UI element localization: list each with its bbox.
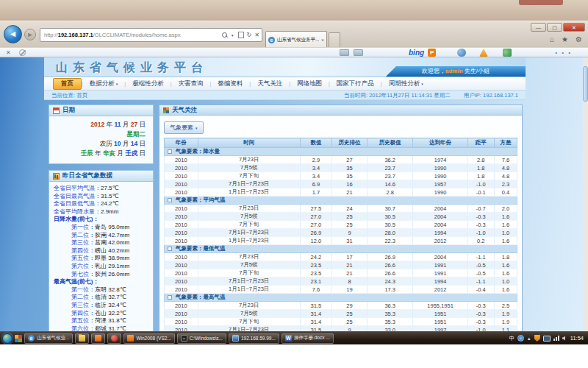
weather-rank-line: 第七位：胶州 26.0mm	[54, 271, 150, 279]
mail-card-icon-1[interactable]	[340, 49, 349, 56]
network-tray-icon[interactable]	[553, 336, 559, 341]
taskbar-mini-icon[interactable]	[15, 335, 22, 342]
table-row: 20107月23日24.21726.92004-1.11.8	[165, 253, 517, 261]
table-cell: 2010	[165, 205, 198, 213]
nav-item-7[interactable]: 网络地图	[290, 78, 329, 90]
minimize-button[interactable]: —	[531, 23, 546, 32]
tray-up-arrow-icon[interactable]: ▲	[527, 336, 531, 341]
section-checkbox[interactable]	[168, 247, 172, 251]
table-cell: 1974	[413, 156, 467, 164]
weather-rank-value: 东明 32.8℃	[95, 286, 126, 293]
taskbar-button-1[interactable]: e山东省气候业...	[24, 333, 73, 344]
back-button[interactable]: ◄	[4, 25, 22, 43]
addon-globe-icon[interactable]	[457, 49, 466, 57]
start-button[interactable]	[2, 333, 12, 344]
nav-item-5[interactable]: 整编资料	[211, 78, 249, 90]
table-cell: 24	[331, 205, 367, 213]
search-icon[interactable]	[222, 32, 228, 38]
weather-rank-label: 第一位：	[71, 286, 95, 293]
ime-indicator[interactable]: 中	[509, 335, 514, 342]
weather-group-title: 日降水量(前七)：	[54, 216, 150, 224]
scrollbar-thumb[interactable]	[583, 66, 588, 102]
section-checkbox[interactable]	[168, 149, 172, 154]
table-cell: 2012	[413, 237, 467, 245]
taskbar-button-5[interactable]: Win2008 (VS2...	[123, 333, 174, 344]
weather-rank-label: 第六位：	[71, 263, 95, 269]
nav-item-8[interactable]: 国家下行产品	[330, 78, 381, 90]
more-options-dots-icon[interactable]: • • •	[555, 49, 572, 56]
table-cell: 22.3	[367, 237, 412, 245]
table-cell: 35	[331, 164, 367, 172]
mail-card-icon-2[interactable]	[354, 49, 363, 56]
display-tray-icon[interactable]	[543, 336, 551, 342]
remote-icon	[232, 335, 239, 342]
welcome-suffix: 先生/小姐	[463, 68, 490, 74]
close-button[interactable]: ✕	[563, 23, 585, 32]
refresh-icon[interactable]: ↻	[247, 32, 252, 38]
globe-tray-icon[interactable]	[517, 335, 524, 342]
taskbar-button-7[interactable]: 192.168.59.99...	[229, 333, 279, 344]
weather-rank-line: 第五位：菏泽 31.8℃	[54, 317, 150, 325]
section-title-cell: 气象要素：最高气温	[165, 294, 517, 302]
table-cell: 1957	[413, 180, 467, 188]
taskbar-button-3[interactable]	[91, 333, 105, 344]
table-cell: 2010	[165, 180, 198, 188]
table-cell: 2010	[165, 269, 198, 277]
date-text-piece: 月	[115, 149, 125, 157]
bing-logo[interactable]: bing	[409, 49, 424, 57]
table-cell: 36.2	[367, 156, 412, 164]
word-icon: W	[285, 335, 292, 342]
taskbar-button-8[interactable]: W操作手册.docx ...	[282, 333, 334, 344]
nav-item-2[interactable]: 数据分析▾	[83, 78, 125, 90]
favorites-star-icon[interactable]: ★	[562, 35, 568, 43]
stop-icon[interactable]: ✕	[254, 32, 259, 38]
taskbar-clock[interactable]: 11:54	[568, 335, 586, 342]
nav-item-6[interactable]: 天气关注	[251, 78, 289, 90]
new-tab-button[interactable]	[329, 32, 340, 48]
home-icon[interactable]: ⌂	[550, 35, 554, 43]
tools-gear-icon[interactable]: ⚙	[576, 35, 582, 43]
taskbar-button-6[interactable]: >C:\Windows\s...	[177, 333, 226, 344]
nav-item-4[interactable]: 灾害查询	[172, 78, 210, 90]
table-cell: 1990	[413, 172, 467, 180]
weather-summary-label: 全省日最高气温：	[54, 193, 101, 199]
table-cell: 1.6	[494, 261, 517, 269]
addon-star-icon[interactable]	[479, 49, 488, 57]
taskbar-button-label: 192.168.59.99...	[241, 336, 276, 341]
forward-button[interactable]: ►	[24, 29, 36, 40]
compatibility-view-icon[interactable]	[238, 32, 244, 38]
addon-people-icon[interactable]	[503, 49, 512, 57]
browser-tab[interactable]: e 山东省气候业务平... ×	[265, 31, 327, 48]
table-cell: 1991	[413, 261, 467, 269]
table-row: 20107月23日31.52936.31955,1951-0.32.5	[165, 302, 517, 310]
autocomplete-dropdown-icon[interactable]: ▼	[231, 33, 234, 38]
scrollbar-track[interactable]	[583, 57, 588, 331]
tab-close-icon[interactable]: ×	[321, 38, 324, 43]
table-cell: -0.5	[467, 261, 494, 269]
url-scheme: http://	[44, 32, 58, 38]
section-checkbox[interactable]	[168, 198, 172, 202]
table-cell: 7月下旬	[198, 269, 300, 277]
maximize-button[interactable]: ▢	[547, 23, 562, 32]
table-header-cell: 达到年份	[413, 138, 467, 148]
table-cell: 26.6	[367, 269, 412, 277]
action-center-flag-icon[interactable]	[534, 335, 540, 342]
nav-item-1[interactable]: 首页	[53, 78, 82, 90]
taskbar-button-2[interactable]	[75, 333, 89, 344]
nav-item-3[interactable]: 极端性分析	[126, 78, 171, 90]
section-checkbox[interactable]	[168, 295, 172, 300]
taskbar: e山东省气候业...Win2008 (VS2...>C:\Windows\s..…	[0, 331, 588, 344]
nav-item-9[interactable]: 周期性分析▾	[382, 78, 430, 90]
table-cell: 14.6	[367, 180, 412, 188]
weather-rank-label: 第六位：	[71, 325, 95, 331]
taskbar-button-4[interactable]	[107, 333, 121, 344]
table-row: 20107月下旬31.42535.31951-0.31.9	[165, 318, 517, 326]
volume-tray-icon[interactable]	[562, 336, 565, 341]
weather-rank-line: 第四位：崂山 40.2mm	[54, 247, 150, 255]
address-bar[interactable]: http://192.168.137.1/GLCCLIMATE/modules/…	[40, 28, 262, 42]
table-cell: 1991	[413, 269, 467, 277]
element-filter-button[interactable]: 气象要素 ▾	[164, 121, 204, 134]
toolbar-close-icon[interactable]: ✕	[6, 49, 11, 56]
weather-rank-label: 第三位：	[71, 302, 95, 308]
p-addon-icon[interactable]: P	[428, 49, 436, 57]
